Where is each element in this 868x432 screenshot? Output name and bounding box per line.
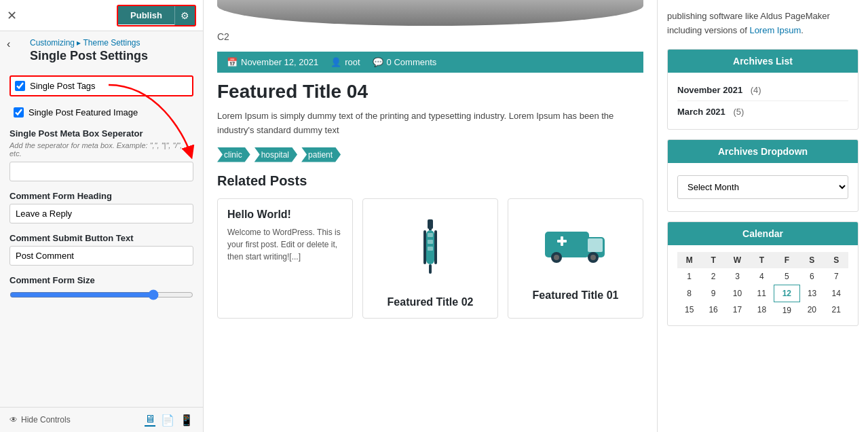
comment-submit-button-input[interactable]: [10, 246, 193, 266]
related-card-1-text: Welcome to WordPress. This is your first…: [227, 226, 343, 263]
comment-form-size-group: Comment Form Size: [10, 275, 193, 302]
cal-header-s2: S: [825, 252, 848, 268]
cal-day-1[interactable]: 1: [677, 268, 701, 285]
cal-header-t2: T: [749, 252, 774, 268]
sidebar-content: Single Post Tags Single Post Featured Im…: [0, 66, 203, 407]
svg-rect-3: [428, 233, 433, 237]
tag-clinic[interactable]: clinic: [217, 147, 250, 162]
related-card-2: Featured Title 02: [362, 198, 498, 319]
cal-day-2[interactable]: 2: [701, 268, 725, 285]
single-post-featured-image-checkbox[interactable]: [14, 107, 24, 118]
single-post-tags-label: Single Post Tags: [30, 81, 96, 91]
calendar-table: M T W T F S S 1 2 3 4 5: [677, 252, 848, 319]
comment-form-size-label: Comment Form Size: [10, 275, 193, 285]
cal-row-3: 15 16 17 18 19 20 21: [677, 302, 848, 319]
svg-rect-11: [588, 238, 603, 252]
tag-patient[interactable]: patient: [301, 147, 341, 162]
single-post-featured-image-label: Single Post Featured Image: [29, 107, 138, 118]
publish-area: Publish ⚙: [117, 5, 196, 26]
bottom-bar: 👁 Hide Controls 🖥 📄 📱: [0, 407, 203, 432]
post-id: C2: [217, 31, 643, 42]
cal-day-3[interactable]: 3: [725, 268, 749, 285]
device-buttons: 🖥 📄 📱: [145, 413, 193, 427]
desktop-device-button[interactable]: 🖥: [145, 413, 155, 427]
archives-dropdown-widget: Archives Dropdown Select Month November …: [667, 139, 858, 212]
cal-day-12[interactable]: 12: [774, 285, 799, 302]
archive-month-mar2021: March 2021: [677, 107, 725, 117]
svg-rect-5: [428, 247, 433, 251]
comment-form-size-slider-container: [10, 289, 193, 302]
post-comments: 💬 0 Comments: [373, 57, 437, 67]
cal-day-18[interactable]: 18: [749, 302, 774, 319]
cal-day-19[interactable]: 19: [774, 302, 799, 319]
single-post-tags-checkbox[interactable]: [15, 81, 25, 91]
cal-day-21[interactable]: 21: [825, 302, 848, 319]
svg-rect-6: [429, 264, 432, 274]
cal-day-9[interactable]: 9: [701, 285, 725, 302]
post-author: 👤 root: [331, 57, 360, 67]
cal-row-2: 8 9 10 11 12 13 14: [677, 285, 848, 302]
cal-day-11[interactable]: 11: [749, 285, 774, 302]
cal-day-14[interactable]: 14: [825, 285, 848, 302]
cal-day-20[interactable]: 20: [799, 302, 824, 319]
mobile-device-button[interactable]: 📱: [180, 413, 193, 427]
eye-icon: 👁: [10, 415, 18, 425]
cal-day-15[interactable]: 15: [677, 302, 701, 319]
archives-dropdown-body: Select Month November 2021 March 2021: [668, 163, 858, 211]
syringe-icon: [373, 209, 488, 296]
calendar-icon: 📅: [227, 57, 238, 67]
meta-box-separator-input[interactable]: [10, 162, 193, 181]
select-month-dropdown[interactable]: Select Month November 2021 March 2021: [677, 175, 848, 199]
svg-rect-1: [429, 228, 432, 230]
related-card-3: Featured Title 01: [508, 198, 643, 319]
cal-day-13[interactable]: 13: [799, 285, 824, 302]
cal-day-10[interactable]: 10: [725, 285, 749, 302]
comment-form-heading-group: Comment Form Heading: [10, 191, 193, 223]
breadcrumb-area: ‹ Customizing ▸ Theme Settings Single Po…: [0, 31, 203, 66]
svg-rect-8: [434, 230, 437, 264]
svg-point-17: [590, 255, 596, 260]
svg-rect-0: [428, 219, 433, 229]
meta-box-separator-group: Single Post Meta Box Seperator Add the s…: [10, 128, 193, 181]
breadcrumb: Customizing ▸ Theme Settings: [30, 38, 193, 48]
svg-rect-4: [428, 240, 433, 244]
calendar-widget: Calendar M T W T F S S 1: [667, 221, 858, 326]
calendar-body: M T W T F S S 1 2 3 4 5: [668, 245, 858, 325]
archive-item-nov2021: November 2021 (4): [677, 79, 848, 101]
calendar-title: Calendar: [668, 222, 858, 245]
cal-header-w: W: [725, 252, 749, 268]
single-post-tags-row: Single Post Tags: [10, 75, 193, 96]
cal-row-1: 1 2 3 4 5 6 7: [677, 268, 848, 285]
comment-form-heading-input[interactable]: [10, 204, 193, 223]
right-sidebar: publishing software like Aldus PageMaker…: [658, 0, 868, 432]
comment-submit-button-group: Comment Submit Button Text: [10, 233, 193, 266]
cal-day-17[interactable]: 17: [725, 302, 749, 319]
tablet-device-button[interactable]: 📄: [161, 413, 174, 427]
ambulance-icon: [518, 209, 633, 289]
back-button[interactable]: ‹: [7, 38, 10, 50]
archive-item-mar2021: March 2021 (5): [677, 101, 848, 122]
cal-day-4[interactable]: 4: [749, 268, 774, 285]
related-card-2-title: Featured Title 02: [373, 296, 488, 308]
intro-text: publishing software like Aldus PageMaker…: [667, 10, 858, 38]
hide-controls-label: Hide Controls: [21, 415, 71, 425]
cal-day-16[interactable]: 16: [701, 302, 725, 319]
lorem-ipsum-link[interactable]: Lorem Ipsum: [749, 25, 801, 35]
comment-form-size-slider[interactable]: [10, 289, 193, 300]
related-card-1-title: Hello World!: [227, 209, 343, 221]
archives-dropdown-title: Archives Dropdown: [668, 140, 858, 163]
comment-form-heading-label: Comment Form Heading: [10, 191, 193, 201]
post-date: 📅 November 12, 2021: [227, 57, 318, 67]
archives-list-body: November 2021 (4) March 2021 (5): [668, 73, 858, 129]
publish-button[interactable]: Publish: [118, 6, 174, 24]
cal-day-6[interactable]: 6: [799, 268, 824, 285]
close-button[interactable]: ✕: [7, 8, 17, 23]
cal-day-8[interactable]: 8: [677, 285, 701, 302]
cal-day-7[interactable]: 7: [825, 268, 848, 285]
hide-controls-button[interactable]: 👁 Hide Controls: [10, 415, 71, 425]
settings-button[interactable]: ⚙: [174, 6, 195, 25]
cal-day-5[interactable]: 5: [774, 268, 799, 285]
tag-hospital[interactable]: hospital: [254, 147, 297, 162]
cal-header-f: F: [774, 252, 799, 268]
post-title: Featured Title 04: [217, 81, 643, 103]
